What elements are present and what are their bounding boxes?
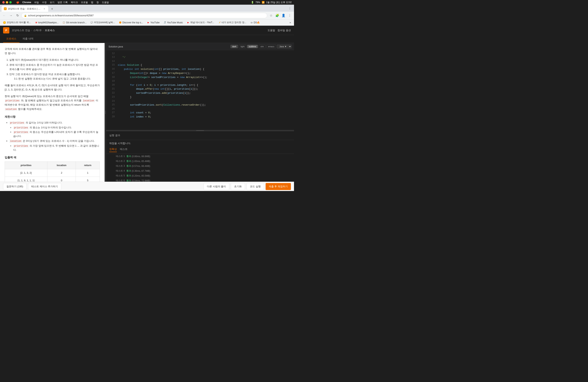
chrome-menu[interactable]: Chrome bbox=[22, 1, 31, 4]
theme-vim-button[interactable]: vim bbox=[259, 45, 265, 48]
other-solution-button[interactable]: 다른 사람의 풀이 bbox=[204, 183, 229, 190]
code-line: 23 } bbox=[106, 95, 294, 99]
extensions-button[interactable]: 🧩 bbox=[274, 13, 280, 18]
bookmark-item[interactable]: 📋 Git remote branch... bbox=[61, 21, 88, 24]
bookmark-favicon: 🐙 bbox=[35, 21, 38, 24]
breadcrumb-item[interactable]: 스택/큐 bbox=[33, 29, 42, 32]
bookmark-item[interactable]: 🟠 Discover the top s... bbox=[117, 21, 145, 24]
test-result-row: 테스트 2 통과 (1.65ms, 85.4MB) bbox=[106, 159, 294, 164]
theme-light-button[interactable]: light bbox=[239, 45, 246, 48]
code-line: 24 bbox=[106, 99, 294, 103]
col-return: return bbox=[76, 161, 100, 169]
editor-theme-buttons: dark light sublime vim emacs Java ▼ bbox=[231, 44, 292, 48]
divider-dot bbox=[105, 112, 106, 113]
reset-button[interactable]: 초기화 bbox=[231, 183, 245, 190]
help-menu[interactable]: 도움말 bbox=[102, 1, 109, 4]
code-line: 26 bbox=[106, 107, 294, 111]
bookmark-menu[interactable]: 북마크 bbox=[71, 1, 78, 4]
test-tab[interactable]: 테스트 bbox=[120, 147, 127, 152]
submit-button[interactable]: 제출 후 채점하기 bbox=[266, 183, 291, 190]
active-tab[interactable]: P 코딩테스트 연습 - 프로세스 | 프로... × bbox=[1, 6, 48, 12]
code-line: 19 bbox=[106, 79, 294, 83]
ask-button[interactable]: 질문하기 (195) bbox=[3, 183, 26, 190]
run-code-button[interactable]: 코드 실행 bbox=[247, 183, 264, 190]
bookmark-item[interactable]: 🐙 tony9402/baekjoo... bbox=[33, 21, 60, 24]
bookmark-item[interactable]: ▶ 채널 대시보드 - YouT... bbox=[185, 20, 216, 25]
line-content: List<Integer> sortedPriorities = new Arr… bbox=[118, 75, 207, 80]
theme-dark-button[interactable]: dark bbox=[231, 45, 238, 48]
reload-button[interactable]: ↻ bbox=[15, 13, 20, 18]
editor-filename: Solution.java bbox=[108, 45, 123, 48]
tab-search-button[interactable]: ⋮ bbox=[287, 5, 293, 11]
breadcrumb-current: 프로세스 bbox=[45, 29, 55, 32]
code-line: 22 sortedPriorities.add(priorities[i]); bbox=[106, 91, 294, 95]
bookmark-star-button[interactable]: ☆ bbox=[268, 13, 274, 18]
tab-close-button[interactable]: × bbox=[43, 7, 46, 10]
constraint-item: location 은 0이상 (대기 큐에 있는 프로세스 수 - 1) 이하의… bbox=[9, 139, 100, 152]
test-detail: (0.20ms, 85.5MB) bbox=[131, 174, 150, 177]
code-line: 18 List<Integer> sortedPriorities = new … bbox=[106, 75, 294, 80]
bookmark-item[interactable]: 📝 내가 보려고 정리한 정... bbox=[216, 20, 248, 25]
cell-location: 2 bbox=[47, 169, 76, 177]
minimize-button[interactable] bbox=[6, 1, 8, 3]
bookmark-label: YouTube Music bbox=[167, 21, 183, 24]
profile-menu[interactable]: 프로필 bbox=[81, 1, 88, 4]
left-panel: 규칙에 따라 프로세스를 관리할 경우 특정 프로세스가 몇 번째로 실행되는지… bbox=[0, 43, 105, 182]
code-line: 28 int index = 0; bbox=[106, 115, 294, 119]
chrome-menu-button[interactable]: ⋮ bbox=[287, 13, 293, 18]
omnibar: ← → ↻ 🔒 school.programmers.co.kr/learn/c… bbox=[0, 12, 294, 20]
compile-options-button[interactable]: 컴파일 옵션 bbox=[277, 29, 291, 32]
line-number: 14 bbox=[108, 60, 115, 63]
bookmark-favicon: 📝 bbox=[218, 21, 221, 24]
test-status: 통과 bbox=[126, 179, 131, 182]
tab-menu[interactable]: 탭 bbox=[91, 1, 93, 4]
accuracy-tab[interactable]: 정확성 bbox=[109, 147, 117, 152]
history-menu[interactable]: 방문 기록 bbox=[58, 1, 67, 4]
test-label: 테스트 6 bbox=[109, 179, 125, 182]
rule-item: 실행 대기 큐(Queue)에서 대기중인 프로세스 하나를 꺼냅니다. bbox=[9, 58, 100, 62]
profile-button[interactable]: 👤 bbox=[281, 13, 286, 18]
forward-button[interactable]: → bbox=[8, 13, 14, 18]
window-menu[interactable]: 창 bbox=[96, 1, 99, 4]
maximize-button[interactable] bbox=[9, 1, 12, 3]
results-tab-execution[interactable]: 실행 결과 bbox=[109, 133, 120, 138]
line-content: public int solution(int[] priorities, in… bbox=[118, 67, 204, 71]
theme-emacs-button[interactable]: emacs bbox=[266, 45, 276, 48]
close-button[interactable] bbox=[2, 1, 5, 3]
battery-percent: 79% bbox=[255, 1, 260, 4]
table-row: [2, 1, 3, 2] 2 1 bbox=[5, 169, 100, 177]
bookmark-label: DS🔥 bbox=[254, 21, 260, 24]
file-menu[interactable]: 파일 bbox=[34, 1, 39, 4]
test-result-row: 테스트 3 통과 (0.57ms, 88.4MB) bbox=[106, 164, 294, 169]
new-tab-button[interactable]: + bbox=[49, 6, 55, 12]
constraint-subs: priorities 의 가장 앞에 있으면 0, 두 번째에 있으면 1 ..… bbox=[9, 144, 100, 152]
bookmark-item[interactable]: 💬 커밋(commit) 날짜... bbox=[89, 20, 116, 25]
bookmarks-more-button[interactable]: » bbox=[288, 21, 293, 24]
constraint-sub-item: priorities 의 원소는 우선순위를 나타내며 숫자가 클 수록 우선순… bbox=[13, 130, 100, 138]
cell-location: 0 bbox=[47, 177, 76, 182]
bookmark-youtube[interactable]: ▶ YouTube bbox=[146, 21, 161, 24]
bookmark-item[interactable]: 🎵 YouTube Music bbox=[162, 21, 185, 24]
apple-menu[interactable]: 🍎 bbox=[16, 1, 19, 4]
panel-divider[interactable] bbox=[105, 43, 106, 182]
breadcrumb-item[interactable]: 코딩테스트 연습 bbox=[12, 29, 30, 32]
bookmark-label: 커밋(commit) 날짜... bbox=[94, 21, 115, 24]
cell-return: 1 bbox=[76, 169, 100, 177]
theme-sublime-button[interactable]: sublime bbox=[247, 45, 258, 48]
breadcrumb-separator: › bbox=[43, 29, 43, 32]
tab-submissions[interactable]: 제출 내역 bbox=[20, 35, 37, 43]
bookmark-item[interactable]: 🗂 DS🔥 bbox=[249, 21, 262, 24]
tab-problem[interactable]: 프로세스 bbox=[3, 35, 20, 43]
editor-header: Solution.java dark light sublime vim ema… bbox=[106, 43, 294, 50]
bookmark-item[interactable]: 🟡 코딩테스트 대비를 위... bbox=[1, 20, 32, 25]
language-selector[interactable]: Java ▼ bbox=[277, 44, 292, 48]
url-bar[interactable]: 🔒 school.programmers.co.kr/learn/courses… bbox=[21, 13, 267, 18]
cell-priorities: [2, 1, 3, 2] bbox=[5, 169, 47, 177]
code-editor[interactable]: 12 13 */ 14 15 class Solution { bbox=[106, 50, 294, 130]
add-test-case-button[interactable]: 테스트 케이스 추가하기 bbox=[28, 183, 61, 190]
back-button[interactable]: ← bbox=[1, 13, 7, 18]
view-menu[interactable]: 보기 bbox=[50, 1, 54, 4]
tab-favicon: P bbox=[4, 7, 7, 10]
edit-menu[interactable]: 수정 bbox=[42, 1, 47, 4]
help-button[interactable]: 도움말 bbox=[268, 29, 275, 32]
